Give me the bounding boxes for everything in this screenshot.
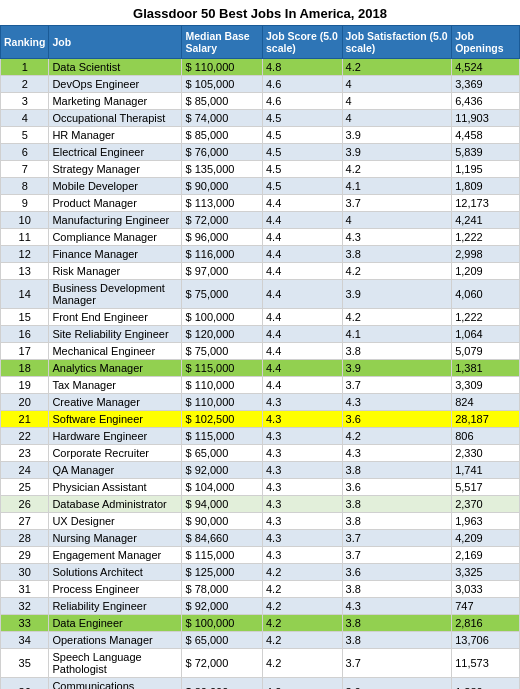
table-row: 21Software Engineer$ 102,5004.33.628,187 xyxy=(1,411,520,428)
cell-4: 4 xyxy=(342,93,452,110)
cell-1: Software Engineer xyxy=(49,411,182,428)
cell-4: 4 xyxy=(342,110,452,127)
cell-3: 4.4 xyxy=(262,280,342,309)
table-row: 7Strategy Manager$ 135,0004.54.21,195 xyxy=(1,161,520,178)
cell-2: $ 90,000 xyxy=(182,513,262,530)
cell-5: 4,458 xyxy=(452,127,520,144)
cell-4: 4.2 xyxy=(342,428,452,445)
cell-4: 3.6 xyxy=(342,564,452,581)
cell-1: Front End Engineer xyxy=(49,309,182,326)
cell-1: Process Engineer xyxy=(49,581,182,598)
cell-3: 4.8 xyxy=(262,59,342,76)
cell-2: $ 65,000 xyxy=(182,445,262,462)
cell-0: 16 xyxy=(1,326,49,343)
cell-2: $ 72,000 xyxy=(182,212,262,229)
table-row: 26Database Administrator$ 94,0004.33.82,… xyxy=(1,496,520,513)
cell-2: $ 110,000 xyxy=(182,59,262,76)
table-row: 34Operations Manager$ 65,0004.23.813,706 xyxy=(1,632,520,649)
cell-3: 4.5 xyxy=(262,127,342,144)
cell-5: 2,816 xyxy=(452,615,520,632)
cell-5: 1,222 xyxy=(452,229,520,246)
cell-2: $ 102,500 xyxy=(182,411,262,428)
cell-0: 2 xyxy=(1,76,49,93)
table-row: 27UX Designer$ 90,0004.33.81,963 xyxy=(1,513,520,530)
cell-3: 4.2 xyxy=(262,615,342,632)
table-row: 2DevOps Engineer$ 105,0004.643,369 xyxy=(1,76,520,93)
table-row: 29Engagement Manager$ 115,0004.33.72,169 xyxy=(1,547,520,564)
data-table: Ranking Job Median Base Salary Job Score… xyxy=(0,25,520,689)
cell-1: HR Manager xyxy=(49,127,182,144)
cell-4: 3.8 xyxy=(342,513,452,530)
cell-0: 34 xyxy=(1,632,49,649)
cell-3: 4.3 xyxy=(262,394,342,411)
cell-3: 4.4 xyxy=(262,360,342,377)
cell-4: 4 xyxy=(342,212,452,229)
cell-5: 2,370 xyxy=(452,496,520,513)
cell-1: Compliance Manager xyxy=(49,229,182,246)
cell-0: 22 xyxy=(1,428,49,445)
cell-0: 26 xyxy=(1,496,49,513)
table-row: 5HR Manager$ 85,0004.53.94,458 xyxy=(1,127,520,144)
table-header: Ranking Job Median Base Salary Job Score… xyxy=(1,26,520,59)
cell-2: $ 115,000 xyxy=(182,547,262,564)
cell-4: 3.7 xyxy=(342,195,452,212)
table-row: 22Hardware Engineer$ 115,0004.34.2806 xyxy=(1,428,520,445)
cell-5: 1,963 xyxy=(452,513,520,530)
cell-5: 5,517 xyxy=(452,479,520,496)
cell-5: 2,998 xyxy=(452,246,520,263)
cell-1: Mobile Developer xyxy=(49,178,182,195)
table-row: 18Analytics Manager$ 115,0004.43.91,381 xyxy=(1,360,520,377)
cell-3: 4.2 xyxy=(262,632,342,649)
table-row: 3Marketing Manager$ 85,0004.646,436 xyxy=(1,93,520,110)
cell-4: 3.9 xyxy=(342,360,452,377)
cell-3: 4.3 xyxy=(262,530,342,547)
cell-2: $ 116,000 xyxy=(182,246,262,263)
cell-2: $ 92,000 xyxy=(182,462,262,479)
cell-1: Business Development Manager xyxy=(49,280,182,309)
cell-0: 29 xyxy=(1,547,49,564)
cell-4: 3.7 xyxy=(342,649,452,678)
cell-4: 3.9 xyxy=(342,144,452,161)
cell-3: 4.3 xyxy=(262,411,342,428)
cell-0: 5 xyxy=(1,127,49,144)
title: Glassdoor 50 Best Jobs In America, 2018 xyxy=(0,0,520,25)
cell-5: 3,325 xyxy=(452,564,520,581)
table-row: 33Data Engineer$ 100,0004.23.82,816 xyxy=(1,615,520,632)
table-row: 25Physician Assistant$ 104,0004.33.65,51… xyxy=(1,479,520,496)
cell-0: 8 xyxy=(1,178,49,195)
table-row: 13Risk Manager$ 97,0004.44.21,209 xyxy=(1,263,520,280)
cell-5: 2,330 xyxy=(452,445,520,462)
cell-2: $ 120,000 xyxy=(182,326,262,343)
cell-0: 28 xyxy=(1,530,49,547)
cell-5: 11,573 xyxy=(452,649,520,678)
cell-4: 4 xyxy=(342,76,452,93)
cell-4: 4.3 xyxy=(342,394,452,411)
cell-3: 4.2 xyxy=(262,678,342,690)
cell-5: 5,839 xyxy=(452,144,520,161)
cell-4: 3.9 xyxy=(342,127,452,144)
table-row: 4Occupational Therapist$ 74,0004.5411,90… xyxy=(1,110,520,127)
cell-0: 20 xyxy=(1,394,49,411)
cell-4: 4.1 xyxy=(342,178,452,195)
cell-2: $ 75,000 xyxy=(182,280,262,309)
cell-2: $ 72,000 xyxy=(182,649,262,678)
cell-2: $ 100,000 xyxy=(182,309,262,326)
cell-0: 7 xyxy=(1,161,49,178)
table-row: 6Electrical Engineer$ 76,0004.53.95,839 xyxy=(1,144,520,161)
cell-3: 4.6 xyxy=(262,76,342,93)
cell-5: 1,809 xyxy=(452,178,520,195)
cell-3: 4.2 xyxy=(262,649,342,678)
cell-0: 10 xyxy=(1,212,49,229)
cell-3: 4.4 xyxy=(262,246,342,263)
cell-0: 21 xyxy=(1,411,49,428)
cell-5: 747 xyxy=(452,598,520,615)
cell-0: 15 xyxy=(1,309,49,326)
table-row: 35Speech Language Pathologist$ 72,0004.2… xyxy=(1,649,520,678)
cell-5: 1,064 xyxy=(452,326,520,343)
cell-3: 4.3 xyxy=(262,462,342,479)
cell-3: 4.3 xyxy=(262,445,342,462)
cell-0: 30 xyxy=(1,564,49,581)
cell-1: Nursing Manager xyxy=(49,530,182,547)
cell-5: 1,195 xyxy=(452,161,520,178)
table-row: 12Finance Manager$ 116,0004.43.82,998 xyxy=(1,246,520,263)
